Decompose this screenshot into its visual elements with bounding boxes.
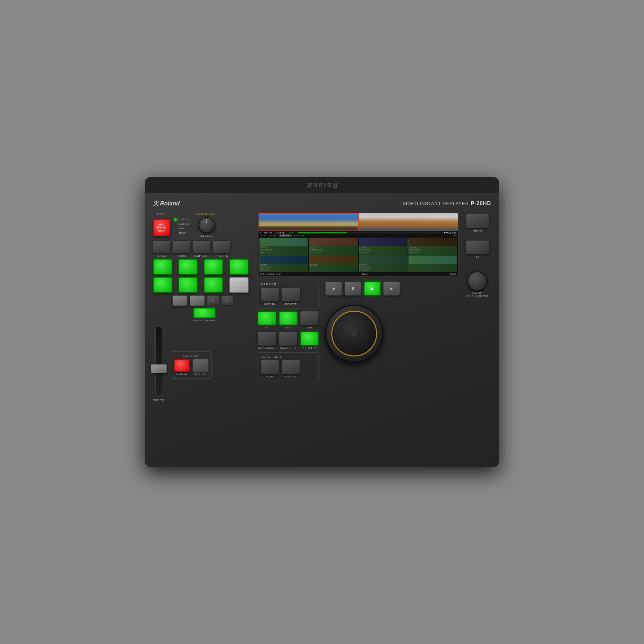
- transport-pause-icon: ⏸: [351, 286, 355, 291]
- output-live-in-label: LIVE IN: [176, 373, 187, 376]
- make-clip-label: MAKE CLIP: [280, 347, 297, 350]
- in-button[interactable]: [258, 311, 276, 325]
- value-enter-knob[interactable]: [468, 271, 487, 291]
- bookmark-button[interactable]: [258, 332, 276, 346]
- live-input-preview: [259, 214, 358, 231]
- rec-stop-button[interactable]: REC (+EXIT) STOP: [153, 219, 170, 236]
- jog-button[interactable]: [300, 311, 319, 325]
- monitor-tab-still: STILL: [260, 234, 268, 237]
- live-in-2-led: [174, 223, 177, 225]
- clip-list-label: CLIP LIST: [194, 254, 209, 257]
- marker-live-in-button[interactable]: [260, 288, 279, 302]
- live-in-2-label: LIVE IN 2: [178, 223, 189, 225]
- jog-wheel[interactable]: [325, 305, 383, 363]
- monitor-status-bar: ▪ 3H24M 00:35:48 100% ▶ 00:12:36: [259, 231, 458, 234]
- input-section-label: INPUT: [156, 212, 168, 215]
- pad-button-2[interactable]: [178, 259, 198, 275]
- palette-button[interactable]: [213, 241, 230, 253]
- auto-play-playlist-label: PLAYLIST: [284, 375, 298, 378]
- transport-pause-button[interactable]: ⏸: [345, 281, 361, 296]
- auto-play-clip-label: CLIP: [266, 375, 273, 378]
- jog-label: JOG: [306, 326, 312, 329]
- pad-button-4[interactable]: [229, 259, 249, 275]
- split-led: [174, 232, 177, 234]
- audio-out-label: AUDIO OUT: [196, 212, 218, 215]
- make-clip-button[interactable]: [279, 332, 298, 346]
- pad-button-1[interactable]: [153, 259, 172, 275]
- roland-logo-inverted: Roland: [306, 181, 338, 189]
- nav-left-button[interactable]: <: [207, 296, 219, 306]
- transport-next-icon: ⏭: [389, 286, 394, 291]
- monitor-tab-cliplist: CLIP LIST: [279, 234, 292, 237]
- in-label: IN: [265, 326, 269, 329]
- output-label: OUTPUT: [174, 354, 209, 357]
- audio-out-knob[interactable]: [199, 217, 215, 233]
- clip-list-button[interactable]: [193, 241, 210, 253]
- marker-delete-button[interactable]: [282, 288, 300, 302]
- monitor-mode: MAIN: [362, 273, 368, 276]
- palette-label: PALETTE: [215, 254, 228, 257]
- clip-thumb-5: CLIP005DUR 00:04:16IN 00:04:16: [259, 255, 308, 272]
- monitor-project: School Basketball: [260, 273, 281, 276]
- live-in-1-led: [174, 218, 177, 221]
- pad-button-5[interactable]: [153, 277, 172, 293]
- auto-play-clip-button[interactable]: [260, 360, 279, 374]
- roland-r-icon: ℛ: [153, 200, 158, 207]
- rec-button-label: REC: [159, 223, 165, 226]
- transport-prev-button[interactable]: ⏮: [325, 281, 342, 296]
- shuttle-label: SHUTTLE: [302, 347, 316, 350]
- pinp-label: PinP: [178, 227, 184, 230]
- exit-label: EXIT: [473, 255, 481, 259]
- exit-button[interactable]: [466, 240, 489, 254]
- auto-play-playlist-button[interactable]: [282, 360, 300, 374]
- value-enter-label: VALUE(PUSH) ENTER: [466, 292, 488, 298]
- transport-play-button[interactable]: ▶: [364, 281, 381, 296]
- clip-thumb-7: CLIP007DUR 00:00:26IN 00:05:40: [359, 255, 408, 272]
- speed-range-button[interactable]: [193, 308, 216, 318]
- nav-right-button[interactable]: >: [221, 296, 233, 306]
- pad-button-8[interactable]: [229, 277, 249, 293]
- output-replay-button[interactable]: [193, 359, 209, 372]
- menu-button[interactable]: [466, 214, 489, 228]
- out-button[interactable]: [279, 311, 298, 325]
- marker-section-label: MARKER: [260, 283, 316, 286]
- pad-button-6[interactable]: [178, 277, 198, 293]
- transport-next-button[interactable]: ⏭: [383, 281, 400, 296]
- pad-button-3[interactable]: [204, 259, 223, 275]
- pinp-led: [174, 227, 177, 230]
- monitor-clip-grid: CLIP001DUR 00:00:14IN 00:00:19 CLIP002DU…: [259, 237, 458, 273]
- rec-button-sublabel: (+EXIT) STOP: [154, 226, 170, 232]
- device-title: VIDEO INSTANT REPLAYER: [403, 201, 469, 206]
- monitor-clock: 10:46: [450, 273, 456, 276]
- shuttle-button[interactable]: [300, 332, 319, 346]
- live-in-1-label: LIVE IN 1: [178, 218, 189, 221]
- roland-brand-name: Roland: [160, 200, 180, 207]
- speed-fader-track[interactable]: [156, 326, 162, 397]
- transport-play-icon: ▶: [371, 286, 374, 291]
- clip-thumb-2: CLIP002DUR 00:00:26IN 00:04:16: [309, 238, 358, 254]
- clip-thumb-4: CLIP004DUR 00:00:34IN 00:08:05: [408, 238, 457, 254]
- output-live-in-button[interactable]: [174, 359, 190, 372]
- clip-thumb-6: CLIP006: [309, 255, 358, 272]
- bookmark-label: BOOKMARK: [258, 347, 276, 350]
- audio-button[interactable]: [173, 241, 190, 253]
- roland-logo: ℛ Roland: [153, 200, 180, 207]
- still-label: STILL: [157, 254, 166, 257]
- pad-small-1[interactable]: [172, 295, 188, 306]
- top-bar: Roland: [145, 177, 499, 193]
- marker-live-in-label: LIVE IN: [264, 303, 276, 306]
- audio-label: AUDIO: [177, 254, 186, 257]
- monitor-left-preview: [259, 213, 359, 231]
- clip-thumb-8: [408, 255, 457, 272]
- output-replay-label: REPLAY: [194, 373, 206, 376]
- monitor-page: 1/4: [454, 234, 457, 237]
- right-arrow-icon: >: [226, 298, 228, 303]
- speed-fader-handle[interactable]: [151, 364, 167, 373]
- menu-label: MENU: [472, 229, 482, 232]
- still-button[interactable]: [153, 241, 170, 253]
- marker-delete-label: DELETE: [285, 303, 297, 306]
- pad-small-2[interactable]: [190, 295, 205, 306]
- replay-preview: [359, 213, 458, 231]
- pad-button-7[interactable]: [204, 277, 223, 293]
- speed-fader-label: SPEED: [153, 399, 165, 402]
